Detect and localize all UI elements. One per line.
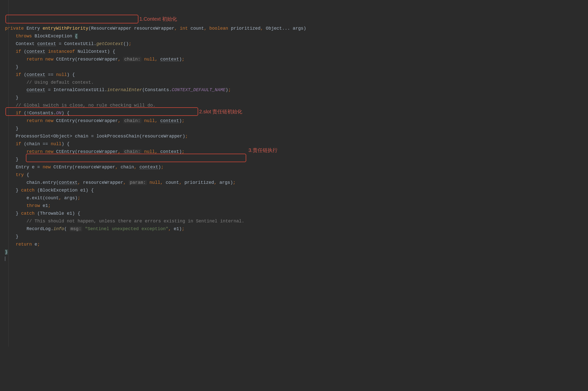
code-line: if (context == null) { [5, 72, 75, 77]
code-line: RecordLog.info( msg: "Sentinel unexpecte… [5, 226, 184, 231]
code-line: } [5, 95, 18, 100]
code-line: // Using default context. [5, 80, 94, 85]
annotation-3: 3.责任链执行 [249, 146, 278, 154]
code-line: Entry e = new CtEntry(resourceWrapper, c… [5, 165, 164, 170]
highlight-box-1 [5, 15, 138, 23]
inlay-hint: chain: [123, 57, 141, 62]
inlay-hint: msg: [70, 226, 82, 231]
code-line: throw e1; [5, 203, 51, 208]
code-line: // This should not happen, unless there … [5, 219, 244, 224]
annotation-2: 2.slot 责任链初始化 [199, 107, 242, 116]
code-line: if (!Constants.ON) { [5, 110, 70, 115]
gutter-separator [8, 0, 9, 347]
code-line: return new CtEntry(resourceWrapper, chai… [5, 118, 184, 123]
text-cursor [5, 257, 588, 261]
method-name: entryWithPriority [43, 26, 88, 31]
code-line: chain.entry(context, resourceWrapper, pa… [5, 180, 236, 185]
code-line: if (context instanceof NullContext) { [5, 49, 115, 54]
code-line: // Global switch is close, no rule check… [5, 103, 156, 108]
code-line: } [5, 126, 18, 131]
highlight-box-3 [26, 154, 246, 162]
inlay-hint: chain: [123, 149, 141, 154]
code-line: private Entry entryWithPriority(Resource… [5, 26, 306, 31]
code-line: e.exit(count, args); [5, 196, 80, 200]
brace-highlight: { [75, 34, 78, 39]
code-line: } [5, 65, 18, 70]
code-line: return e; [5, 242, 40, 247]
code-line: return new CtEntry(resourceWrapper, chai… [5, 149, 184, 154]
brace-highlight: } [5, 250, 8, 255]
code-line: } [5, 250, 588, 261]
keyword-private: private [5, 26, 24, 31]
annotation-1: 1.Context 初始化 [139, 15, 177, 23]
code-line: throws BlockException { [5, 34, 78, 39]
code-line: return new CtEntry(resourceWrapper, chai… [5, 57, 184, 62]
inlay-hint: chain: [123, 118, 141, 123]
code-line: } [5, 234, 18, 239]
code-line: Context context = ContextUtil.getContext… [5, 41, 131, 46]
code-line: if (chain == null) { [5, 141, 70, 146]
code-line: } catch (Throwable e1) { [5, 211, 80, 216]
inlay-hint: param: [129, 180, 147, 185]
code-line: ProcessorSlot<Object> chain = lookProces… [5, 134, 188, 139]
code-line: } [5, 157, 18, 162]
code-editor[interactable]: private Entry entryWithPriority(Resource… [0, 0, 588, 347]
code-line: } catch (BlockException e1) { [5, 188, 94, 193]
code-line: context = InternalContextUtil.internalEn… [5, 88, 231, 93]
